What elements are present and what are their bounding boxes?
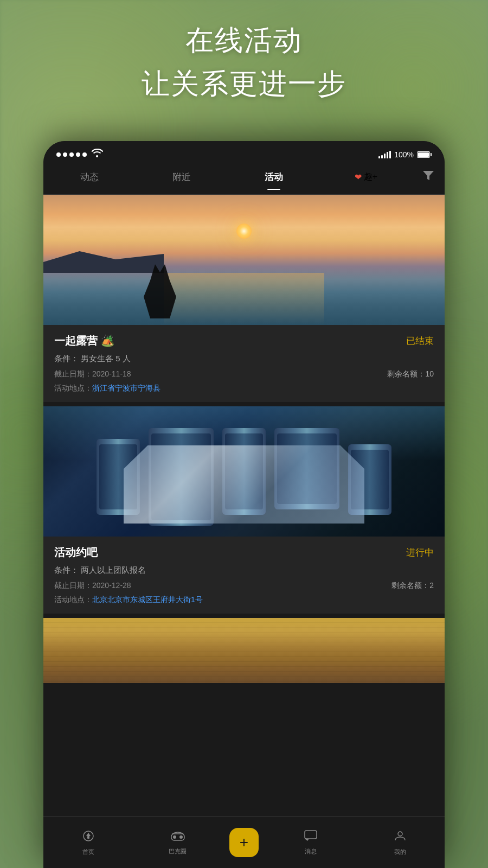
battery-body <box>417 151 430 158</box>
dot-3 <box>69 152 74 157</box>
message-icon <box>304 830 317 845</box>
bakequan-icon <box>171 830 185 845</box>
card-2-location-value: 北京北京市东城区王府井大街1号 <box>92 595 203 604</box>
dot-5 <box>82 152 87 157</box>
header-title1: 在线活动 <box>0 22 488 60</box>
battery-percent: 100% <box>394 150 414 159</box>
bar-1 <box>378 156 380 158</box>
card-2-deadline-label: 截止日期：2020-12-28 <box>54 581 131 591</box>
phone-container: 100% 动态 附近 活动 ❤ 趣+ <box>43 141 445 868</box>
card-1-deadline-label: 截止日期：2020-11-18 <box>54 369 131 379</box>
nav-mine[interactable]: 我的 <box>355 829 445 856</box>
status-left <box>56 149 103 160</box>
card-2-info: 活动约吧 进行中 条件： 两人以上团队报名 截止日期：2020-12-28 剩余… <box>43 537 445 614</box>
battery-fill <box>418 152 429 157</box>
activity-card-2[interactable]: 活动约吧 进行中 条件： 两人以上团队报名 截止日期：2020-12-28 剩余… <box>43 406 445 614</box>
add-button[interactable]: + <box>229 828 259 857</box>
header-section: 在线活动 让关系更进一步 <box>0 22 488 103</box>
card-1-location-value: 浙江省宁波市宁海县 <box>92 384 160 392</box>
mountains <box>43 246 164 273</box>
tab-qu-label: 趣+ <box>364 171 377 183</box>
dot-1 <box>56 152 61 157</box>
nav-add-container: + <box>222 828 266 857</box>
card-1-quota: 剩余名额：10 <box>387 369 434 379</box>
nav-mine-label: 我的 <box>394 848 406 856</box>
card-2-location: 活动地点：北京北京市东城区王府井大街1号 <box>54 595 434 605</box>
sun-reflection <box>164 273 324 325</box>
status-bar: 100% <box>43 141 445 164</box>
battery-icon <box>417 151 432 158</box>
wifi-icon <box>91 149 103 160</box>
mine-icon <box>394 829 407 846</box>
filter-icon[interactable] <box>412 170 445 184</box>
svg-rect-2 <box>87 836 89 839</box>
nav-message-label: 消息 <box>305 847 317 856</box>
svg-point-4 <box>173 835 176 839</box>
card-1-title-row: 一起露营 🏕️ 已结束 <box>54 334 434 348</box>
water-scene <box>43 618 445 683</box>
heart-icon: ❤ <box>355 172 362 182</box>
industrial-scene <box>43 406 445 537</box>
svg-rect-6 <box>305 831 317 839</box>
tab-qu[interactable]: ❤ 趣+ <box>320 171 412 183</box>
industrial-material <box>124 445 364 524</box>
tab-huodong[interactable]: 活动 <box>228 167 320 188</box>
bar-2 <box>381 155 383 158</box>
status-right: 100% <box>378 150 432 159</box>
battery-tip <box>431 153 432 156</box>
card-1-image <box>43 195 445 325</box>
card-1-condition: 条件： 男女生各 5 人 <box>54 354 434 364</box>
bar-5 <box>389 151 391 158</box>
water-overlay <box>43 618 445 683</box>
svg-point-7 <box>398 832 402 836</box>
header-title2: 让关系更进一步 <box>0 65 488 103</box>
tab-dongtai[interactable]: 动态 <box>43 167 136 188</box>
svg-point-5 <box>179 835 183 839</box>
card-2-title: 活动约吧 <box>54 545 98 560</box>
card-3-image <box>43 618 445 683</box>
nav-home-label: 首页 <box>82 848 94 856</box>
bar-4 <box>387 152 388 158</box>
card-1-info: 一起露营 🏕️ 已结束 条件： 男女生各 5 人 截止日期：2020-11-18… <box>43 325 445 402</box>
card-2-image <box>43 406 445 537</box>
sunset-scene <box>43 195 445 325</box>
nav-home[interactable]: 首页 <box>43 829 133 856</box>
card-2-title-row: 活动约吧 进行中 <box>54 545 434 560</box>
card-2-status: 进行中 <box>406 546 434 559</box>
nav-message[interactable]: 消息 <box>266 830 355 856</box>
nav-bakequan[interactable]: 巴克圈 <box>133 830 222 856</box>
card-2-meta: 截止日期：2020-12-28 剩余名额：2 <box>54 581 434 591</box>
card-2-condition: 条件： 两人以上团队报名 <box>54 565 434 576</box>
phone-screen: 100% 动态 附近 活动 ❤ 趣+ <box>43 141 445 868</box>
activity-card-3[interactable] <box>43 618 445 683</box>
card-1-location: 活动地点：浙江省宁波市宁海县 <box>54 384 434 393</box>
bar-3 <box>384 154 386 158</box>
sun <box>236 224 252 239</box>
card-1-status: 已结束 <box>406 335 434 347</box>
home-icon <box>82 829 95 846</box>
nav-tabs: 动态 附近 活动 ❤ 趣+ <box>43 164 445 195</box>
activity-card-1[interactable]: 一起露营 🏕️ 已结束 条件： 男女生各 5 人 截止日期：2020-11-18… <box>43 195 445 402</box>
bottom-nav: 首页 巴克圈 + <box>43 816 445 868</box>
content-area: 一起露营 🏕️ 已结束 条件： 男女生各 5 人 截止日期：2020-11-18… <box>43 195 445 846</box>
nav-bakequan-label: 巴克圈 <box>169 847 187 856</box>
svg-marker-1 <box>86 833 91 836</box>
card-1-title: 一起露营 🏕️ <box>54 334 114 348</box>
cellular-icon <box>378 151 391 158</box>
signal-dots <box>56 152 87 157</box>
dot-2 <box>63 152 67 157</box>
card-1-meta: 截止日期：2020-11-18 剩余名额：10 <box>54 369 434 379</box>
dot-4 <box>76 152 80 157</box>
card-2-quota: 剩余名额：2 <box>391 581 434 591</box>
tab-fujin[interactable]: 附近 <box>136 167 228 188</box>
